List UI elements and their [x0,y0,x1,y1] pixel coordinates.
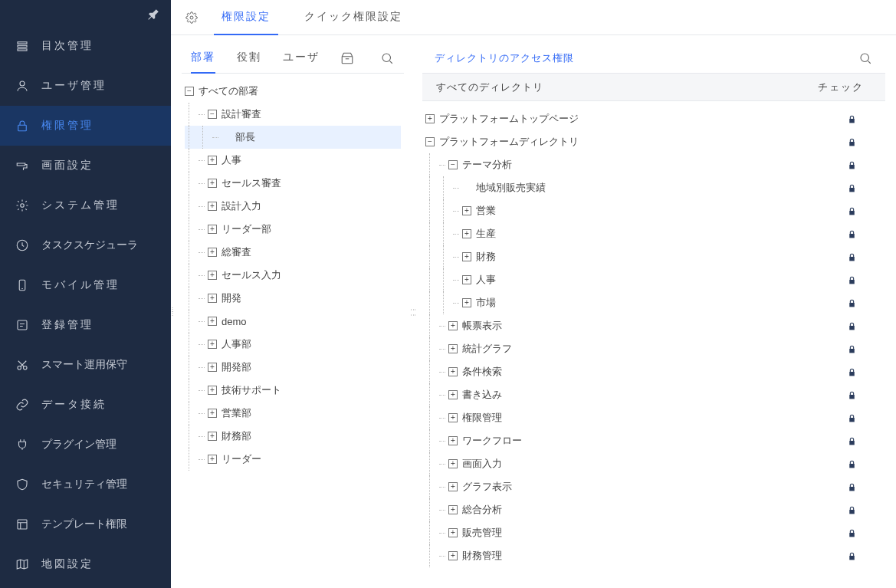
tree-row[interactable]: +営業部 [185,402,401,425]
lock-icon[interactable] [829,344,875,354]
expander-icon[interactable]: − [425,137,435,146]
tree-row[interactable]: +セールス審査 [185,172,401,195]
tree-row[interactable]: +財務 [425,245,882,268]
tree-row[interactable]: −プラットフォームディレクトリ [425,130,882,153]
lock-icon[interactable] [829,252,875,262]
sidebar-item-11[interactable]: セキュリティ管理 [0,465,171,504]
expander-icon[interactable]: + [208,455,217,464]
lock-icon[interactable] [829,482,875,492]
expander-icon[interactable]: + [425,114,435,123]
expander-icon[interactable]: + [208,179,217,188]
tree-row[interactable]: +セールス入力 [185,264,401,287]
search-icon[interactable] [379,51,395,66]
left-tab-0[interactable]: 部署 [191,43,215,74]
tree-row[interactable]: +人事 [425,268,882,291]
expander-icon[interactable]: + [448,528,458,537]
lock-icon[interactable] [829,505,875,515]
sidebar-item-8[interactable]: スマート運用保守 [0,345,171,385]
expander-icon[interactable]: − [185,87,194,96]
tree-row[interactable]: +市場 [425,291,882,314]
expander-icon[interactable]: + [448,413,458,422]
expander-icon[interactable]: + [208,294,217,303]
lock-icon[interactable] [829,298,875,308]
expander-icon[interactable]: + [448,459,458,468]
tree-row[interactable]: +総合分析 [425,498,882,521]
lock-icon[interactable] [829,459,875,469]
sidebar-item-13[interactable]: 地図設定 [0,544,171,584]
expander-icon[interactable]: + [448,436,458,445]
expander-icon[interactable]: + [208,202,217,211]
tree-row[interactable]: +demo [185,310,401,333]
tree-row[interactable]: +条件検索 [425,360,882,383]
lock-icon[interactable] [829,390,875,400]
sidebar-item-6[interactable]: モバイル管理 [0,265,171,305]
expander-icon[interactable]: + [208,432,217,441]
lock-icon[interactable] [829,367,875,377]
lock-icon[interactable] [829,183,875,193]
expander-icon[interactable]: + [462,206,471,215]
tree-row[interactable]: −テーマ分析 [425,153,882,176]
sidebar-item-3[interactable]: 画面設定 [0,146,171,186]
tree-row[interactable]: 部長 [185,126,401,149]
tree-row[interactable]: +生産 [425,222,882,245]
lock-icon[interactable] [829,114,875,124]
expander-icon[interactable]: + [208,156,217,165]
tree-row[interactable]: +帳票表示 [425,314,882,337]
top-tab-1[interactable]: クイック権限設定 [297,0,410,35]
expander-icon[interactable]: + [208,340,217,349]
sidebar-item-0[interactable]: 目次管理 [0,26,171,66]
expander-icon[interactable]: + [208,225,217,234]
tree-row[interactable]: +総審査 [185,241,401,264]
expander-icon[interactable]: + [208,409,217,418]
sidebar-item-4[interactable]: システム管理 [0,186,171,225]
tree-row[interactable]: +設計入力 [185,195,401,218]
tree-row[interactable]: +販売管理 [425,521,882,544]
tree-row[interactable]: +人事部 [185,333,401,356]
tree-row[interactable]: +ワークフロー [425,429,882,452]
tree-row[interactable]: +グラフ表示 [425,475,882,498]
tree-row[interactable]: +権限管理 [425,406,882,429]
sidebar-item-7[interactable]: 登録管理 [0,305,171,345]
expander-icon[interactable]: + [448,390,458,399]
tree-row[interactable]: +財務部 [185,425,401,448]
expander-icon[interactable]: + [208,386,217,395]
expander-icon[interactable]: + [462,252,471,261]
tree-row[interactable]: 地域別販売実績 [425,176,882,199]
tree-row[interactable]: +開発 [185,287,401,310]
lock-icon[interactable] [829,321,875,331]
expander-icon[interactable]: + [448,321,458,330]
lock-icon[interactable] [829,206,875,216]
search-icon[interactable] [858,51,873,66]
tree-row[interactable]: +開発部 [185,356,401,379]
sidebar-item-2[interactable]: 権限管理 [0,106,171,146]
tree-row[interactable]: +人事 [185,149,401,172]
tree-row[interactable]: +技術サポート [185,379,401,402]
lock-icon[interactable] [829,528,875,538]
left-tab-2[interactable]: ユーザ [283,43,320,74]
expander-icon[interactable]: − [208,110,217,119]
expander-icon[interactable]: + [448,344,458,353]
sidebar-item-1[interactable]: ユーザ管理 [0,66,171,106]
tree-row[interactable]: +プラットフォームトップページ [425,107,882,130]
tree-row[interactable]: −設計審査 [185,103,401,126]
tree-row[interactable]: +統計グラフ [425,337,882,360]
lock-icon[interactable] [829,436,875,446]
lock-icon[interactable] [829,160,875,170]
sidebar-pin[interactable] [0,0,171,26]
lock-icon[interactable] [829,551,875,561]
pane-splitter[interactable]: ⋮⋮ [410,43,416,580]
tree-row[interactable]: +リーダー部 [185,218,401,241]
expander-icon[interactable]: + [448,551,458,560]
expander-icon[interactable]: + [462,298,471,307]
expander-icon[interactable]: − [448,160,458,169]
tree-row[interactable]: +画面入力 [425,452,882,475]
left-tab-1[interactable]: 役割 [237,43,261,74]
tree-row[interactable]: +営業 [425,199,882,222]
lock-icon[interactable] [829,229,875,239]
sidebar-item-10[interactable]: プラグイン管理 [0,425,171,465]
lock-icon[interactable] [829,137,875,147]
expander-icon[interactable]: + [448,505,458,514]
top-tab-0[interactable]: 権限設定 [214,0,278,35]
expander-icon[interactable]: + [448,482,458,491]
tree-row[interactable]: −すべての部署 [185,80,401,103]
